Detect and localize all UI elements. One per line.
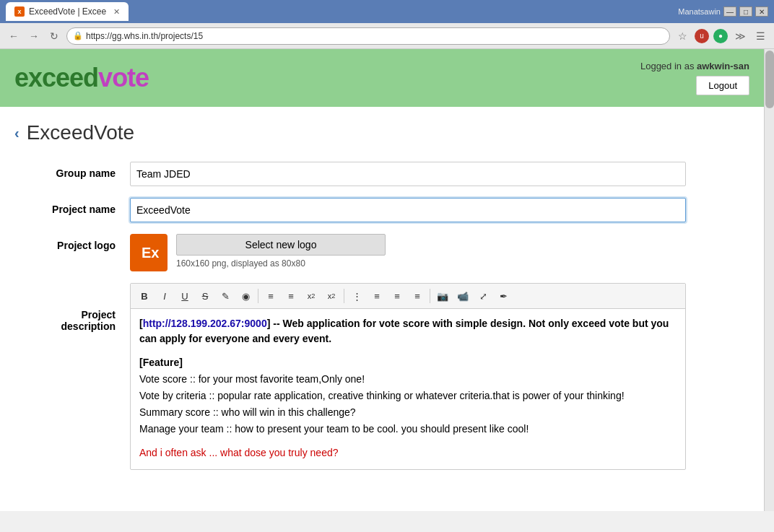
logout-button[interactable]: Logout	[696, 76, 749, 95]
project-desc-field: B I U S ✎ ◉ ≡ ≡ x2	[130, 283, 735, 470]
feat4: Manage your team :: how to present your …	[139, 422, 677, 437]
editor-container: B I U S ✎ ◉ ≡ ≡ x2	[130, 283, 686, 470]
list-ul-btn[interactable]: ≡	[368, 287, 386, 305]
project-logo-row: Project logo Ex Select new logo	[14, 234, 735, 271]
logo-exceed: exceed	[14, 63, 98, 92]
video-btn[interactable]: 📹	[453, 287, 472, 305]
browser-tab[interactable]: x ExceedVote | Excee ✕	[6, 2, 129, 21]
group-name-label: Group name	[14, 162, 130, 179]
project-name-input[interactable]	[130, 198, 686, 222]
desc-intro: [http://128.199.202.67:9000] -- Web appl…	[139, 316, 677, 346]
site-header: exceedvote Logged in as awkwin-san Logou…	[0, 49, 764, 107]
feat1: Vote score :: for your most favorite tea…	[139, 372, 677, 387]
site-logo: exceedvote	[14, 63, 149, 93]
tab-title: ExceedVote | Excee	[29, 6, 106, 17]
editor-toolbar: B I U S ✎ ◉ ≡ ≡ x2	[131, 284, 685, 309]
more-btn[interactable]: ≫	[732, 28, 748, 44]
svg-text:Ex: Ex	[142, 245, 159, 261]
project-desc-label: Projectdescription	[14, 283, 130, 332]
strike-btn[interactable]: S	[196, 287, 214, 305]
browser-user: Manatsawin	[678, 7, 721, 16]
address-bar[interactable]: 🔒 https://gg.whs.in.th/projects/15	[66, 27, 670, 45]
toolbar-divider-3	[430, 289, 430, 303]
forward-btn[interactable]: →	[26, 28, 42, 44]
desc-link: http://128.199.202.67:9000	[143, 318, 267, 329]
back-btn[interactable]: ←	[6, 28, 22, 44]
tab-close-btn[interactable]: ✕	[113, 7, 120, 17]
project-desc-row: Projectdescription B I U S ✎ ◉	[14, 283, 735, 470]
project-name-field	[130, 198, 735, 222]
desc-features: [Feature] Vote score :: for your most fa…	[139, 355, 677, 437]
feature-header: [Feature]	[139, 355, 677, 370]
page-title-row: ‹ ExceedVote	[14, 121, 735, 144]
feat3: Summary score :: who will win in this ch…	[139, 405, 677, 420]
superscript-btn[interactable]: x2	[322, 287, 341, 305]
project-logo-field: Ex Select new logo 160x160 png, displaye…	[130, 234, 735, 271]
logged-in-text: Logged in as awkwin-san	[640, 61, 749, 71]
list-ol2-btn[interactable]: ≡	[408, 287, 427, 305]
extension1-btn[interactable]: u	[695, 29, 709, 43]
main-content: ‹ ExceedVote Group name Project name	[0, 107, 764, 496]
italic-btn[interactable]: I	[155, 287, 174, 305]
subscript-btn[interactable]: x2	[302, 287, 321, 305]
minimize-btn[interactable]: —	[723, 6, 736, 17]
feat2: Vote by criteria :: popular rate applica…	[139, 388, 677, 404]
maximize-btn[interactable]: □	[739, 6, 752, 17]
toolbar-divider-2	[344, 289, 344, 303]
star-btn[interactable]: ☆	[674, 28, 690, 44]
browser-nav-bar: ← → ↻ 🔒 https://gg.whs.in.th/projects/15…	[0, 23, 774, 49]
list-ol-btn[interactable]: ⋮	[347, 287, 366, 305]
logo-vote: vote	[98, 63, 149, 92]
group-name-row: Group name	[14, 162, 735, 186]
logo-hint-text: 160x160 png, displayed as 80x80	[176, 258, 386, 269]
url-text: https://gg.whs.in.th/projects/15	[86, 31, 203, 41]
project-logo-label: Project logo	[14, 234, 130, 251]
edit-form: Group name Project name Pr	[14, 162, 735, 470]
pen-btn[interactable]: ✎	[216, 287, 235, 305]
list-ul2-btn[interactable]: ≡	[388, 287, 406, 305]
underline-btn[interactable]: U	[175, 287, 194, 305]
select-logo-button[interactable]: Select new logo	[176, 234, 386, 256]
code-btn[interactable]: ✒	[494, 287, 513, 305]
scrollbar-thumb[interactable]	[765, 51, 774, 108]
logo-icon: Ex	[138, 242, 160, 263]
refresh-btn[interactable]: ↻	[46, 28, 62, 44]
header-right: Logged in as awkwin-san Logout	[640, 61, 749, 95]
group-name-field	[130, 162, 735, 186]
group-name-input[interactable]	[130, 162, 686, 186]
link-btn[interactable]: ⤢	[474, 287, 492, 305]
highlight-btn[interactable]: ◉	[236, 287, 255, 305]
extension2-btn[interactable]: ●	[713, 29, 728, 43]
scrollbar[interactable]	[764, 49, 774, 511]
image-btn[interactable]: 📷	[433, 287, 452, 305]
logo-section: Ex Select new logo 160x160 png, displaye…	[130, 234, 735, 271]
bold-btn[interactable]: B	[135, 287, 154, 305]
toolbar-divider-1	[258, 289, 258, 303]
tab-favicon: x	[14, 6, 25, 17]
back-arrow-btn[interactable]: ‹	[14, 125, 19, 141]
lock-icon: 🔒	[73, 31, 83, 40]
editor-content[interactable]: [http://128.199.202.67:9000] -- Web appl…	[131, 309, 685, 469]
page-title: ExceedVote	[27, 121, 134, 144]
project-name-row: Project name	[14, 198, 735, 222]
logo-controls: Select new logo 160x160 png, displayed a…	[176, 234, 386, 269]
align-center-btn[interactable]: ≡	[282, 287, 300, 305]
username: awkwin-san	[697, 61, 749, 71]
close-btn[interactable]: ✕	[755, 6, 768, 17]
red-line: And i often ask ... what dose you truly …	[139, 445, 677, 461]
project-name-label: Project name	[14, 198, 130, 215]
align-left-btn[interactable]: ≡	[261, 287, 280, 305]
menu-btn[interactable]: ☰	[752, 28, 768, 44]
logo-preview: Ex	[130, 234, 168, 271]
